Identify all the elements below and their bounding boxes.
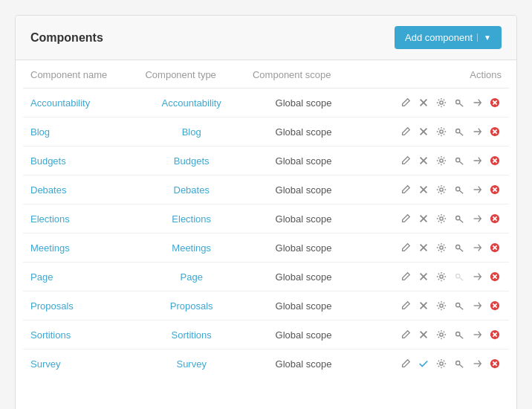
- settings-icon[interactable]: [435, 96, 448, 109]
- edit-icon[interactable]: [399, 183, 412, 196]
- unpublish-icon[interactable]: [417, 183, 430, 196]
- delete-icon[interactable]: [488, 125, 502, 138]
- edit-icon[interactable]: [399, 357, 412, 370]
- svg-line-31: [459, 190, 463, 193]
- delete-icon[interactable]: [488, 270, 502, 283]
- component-name-link[interactable]: Elections: [30, 213, 70, 225]
- share-icon[interactable]: [470, 154, 484, 167]
- component-type-link[interactable]: Meetings: [172, 242, 211, 254]
- edit-icon[interactable]: [399, 270, 412, 283]
- svg-line-67: [459, 306, 463, 309]
- permissions-icon[interactable]: [452, 299, 466, 312]
- share-icon[interactable]: [470, 299, 484, 312]
- share-icon[interactable]: [470, 212, 484, 225]
- share-icon[interactable]: [470, 328, 484, 341]
- share-icon[interactable]: [470, 96, 484, 109]
- component-type-link[interactable]: Survey: [176, 358, 206, 370]
- settings-icon[interactable]: [435, 154, 448, 167]
- settings-icon[interactable]: [435, 125, 448, 138]
- component-name-link[interactable]: Debates: [30, 184, 66, 196]
- component-type-link[interactable]: Elections: [172, 213, 211, 225]
- edit-icon[interactable]: [399, 241, 412, 254]
- delete-icon[interactable]: [488, 154, 502, 167]
- share-icon[interactable]: [470, 125, 484, 138]
- settings-icon[interactable]: [435, 183, 448, 196]
- component-type-link[interactable]: Budgets: [174, 155, 210, 167]
- header-row: Component name Component type Component …: [23, 60, 509, 88]
- edit-icon[interactable]: [399, 328, 412, 341]
- table-row: MeetingsMeetingsGlobal scope: [23, 234, 509, 263]
- unpublish-icon[interactable]: [417, 241, 430, 254]
- unpublish-icon[interactable]: [417, 96, 430, 109]
- component-name-link[interactable]: Blog: [30, 126, 50, 138]
- permissions-icon[interactable]: [452, 328, 466, 341]
- component-name-link[interactable]: Budgets: [30, 155, 66, 167]
- permissions-icon[interactable]: [452, 125, 466, 138]
- share-icon[interactable]: [470, 241, 484, 254]
- component-type-link[interactable]: Page: [181, 271, 203, 283]
- component-name-link[interactable]: Page: [30, 271, 53, 283]
- settings-icon[interactable]: [435, 270, 448, 283]
- edit-icon[interactable]: [399, 154, 412, 167]
- component-name-link[interactable]: Sortitions: [30, 329, 71, 341]
- component-type-cell: Survey: [137, 350, 245, 379]
- table-row: ElectionsElectionsGlobal scope: [23, 204, 509, 234]
- edit-icon[interactable]: [399, 212, 412, 225]
- component-scope-cell: Global scope: [245, 321, 362, 350]
- component-scope-cell: Global scope: [245, 234, 362, 263]
- settings-icon[interactable]: [435, 357, 448, 370]
- unpublish-icon[interactable]: [417, 328, 430, 341]
- add-component-label: Add component: [405, 32, 473, 43]
- component-name-cell: Survey: [23, 350, 137, 379]
- delete-icon[interactable]: [488, 241, 502, 254]
- permissions-icon[interactable]: [452, 212, 466, 225]
- unpublish-icon[interactable]: [417, 125, 430, 138]
- settings-icon[interactable]: [435, 212, 448, 225]
- permissions-icon[interactable]: [452, 241, 466, 254]
- component-actions-cell: [362, 350, 509, 379]
- edit-icon[interactable]: [399, 96, 412, 109]
- component-name-cell: Proposals: [23, 292, 137, 321]
- component-type-link[interactable]: Sortitions: [172, 329, 212, 341]
- component-type-link[interactable]: Debates: [174, 184, 210, 196]
- delete-icon[interactable]: [488, 212, 502, 225]
- component-name-link[interactable]: Proposals: [30, 300, 74, 312]
- component-name-link[interactable]: Accountability: [30, 97, 90, 109]
- unpublish-icon[interactable]: [417, 154, 430, 167]
- component-type-link[interactable]: Proposals: [170, 300, 213, 312]
- unpublish-icon[interactable]: [417, 299, 430, 312]
- svg-point-48: [456, 245, 460, 249]
- permissions-icon[interactable]: [452, 357, 466, 370]
- delete-icon[interactable]: [488, 328, 502, 341]
- delete-icon[interactable]: [488, 299, 502, 312]
- component-actions-cell: [362, 321, 509, 350]
- share-icon[interactable]: [470, 357, 484, 370]
- component-type-cell: Page: [137, 263, 245, 292]
- delete-icon[interactable]: [488, 183, 502, 196]
- component-type-link[interactable]: Accountability: [162, 97, 221, 109]
- permissions-icon[interactable]: [452, 183, 466, 196]
- share-icon[interactable]: [470, 270, 484, 283]
- settings-icon[interactable]: [435, 328, 448, 341]
- edit-icon[interactable]: [399, 125, 412, 138]
- share-icon[interactable]: [470, 183, 484, 196]
- settings-icon[interactable]: [435, 299, 448, 312]
- delete-icon[interactable]: [488, 96, 502, 109]
- component-name-link[interactable]: Survey: [30, 358, 60, 370]
- unpublish-icon[interactable]: [417, 270, 430, 283]
- edit-icon[interactable]: [399, 299, 412, 312]
- settings-icon[interactable]: [435, 241, 448, 254]
- col-type: Component type: [137, 60, 245, 88]
- permissions-icon[interactable]: [452, 270, 466, 283]
- component-type-link[interactable]: Blog: [182, 126, 201, 138]
- component-name-link[interactable]: Meetings: [30, 242, 70, 254]
- permissions-icon[interactable]: [452, 96, 466, 109]
- check-icon[interactable]: [417, 357, 430, 370]
- permissions-icon[interactable]: [452, 154, 466, 167]
- add-component-button[interactable]: Add component ▼: [395, 26, 502, 49]
- delete-icon[interactable]: [488, 357, 502, 370]
- component-name-cell: Elections: [23, 204, 137, 234]
- component-actions-cell: [362, 204, 509, 234]
- component-scope-cell: Global scope: [245, 292, 362, 321]
- unpublish-icon[interactable]: [417, 212, 430, 225]
